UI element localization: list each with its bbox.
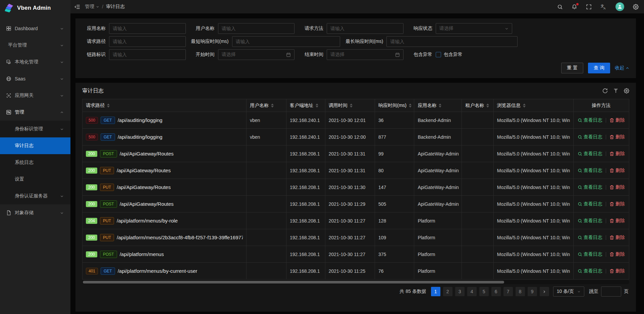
include-exception-checkbox[interactable]: 包含异常 [436, 52, 463, 58]
search-icon[interactable] [557, 4, 563, 10]
menu-fold-icon[interactable] [74, 4, 80, 10]
page-button-7[interactable]: 7 [503, 287, 513, 296]
sort-carets-icon[interactable] [350, 104, 353, 108]
text-input[interactable] [113, 37, 182, 47]
column-header-调用时间[interactable]: 调用时间 [325, 99, 375, 112]
column-header-用户名称[interactable]: 用户名称 [247, 99, 286, 112]
view-log-button[interactable]: 查看日志 [578, 151, 602, 157]
sort-carets-icon[interactable] [107, 104, 110, 108]
delete-button[interactable]: 删除 [609, 218, 625, 224]
column-header-浏览器信息[interactable]: 浏览器信息 [493, 99, 573, 112]
row-height-icon[interactable] [613, 88, 619, 93]
refresh-icon[interactable] [602, 88, 608, 93]
sidebar-item-对象存储[interactable]: 对象存储 [0, 204, 70, 221]
view-log-button[interactable]: 查看日志 [578, 184, 602, 190]
sort-carets-icon[interactable] [271, 104, 274, 108]
view-log-button[interactable]: 查看日志 [578, 168, 602, 174]
view-log-button[interactable]: 查看日志 [578, 134, 602, 140]
text-input[interactable] [113, 50, 182, 60]
sidebar-item-管理[interactable]: 管理 [0, 104, 70, 121]
scrollbar-thumb[interactable] [83, 281, 504, 284]
page-button-6[interactable]: 6 [491, 287, 501, 296]
delete-button[interactable]: 删除 [609, 201, 625, 207]
sort-carets-icon[interactable] [316, 104, 318, 108]
view-log-button[interactable]: 查看日志 [578, 218, 602, 224]
sidebar-item-本地化管理[interactable]: A本地化管理 [0, 54, 70, 70]
delete-button[interactable]: 删除 [609, 184, 625, 190]
view-log-button[interactable]: 查看日志 [578, 117, 602, 123]
cell-time: 2021-10-30 11:25 [325, 263, 375, 279]
text-input-field[interactable] [109, 49, 186, 60]
collapse-link[interactable]: 收起 [615, 65, 629, 71]
pagination: 共 85 条数据 123456789 10 条/页 跳至 页 [82, 284, 629, 299]
column-header-请求路径[interactable]: 请求路径 [83, 99, 247, 112]
delete-button[interactable]: 删除 [609, 117, 625, 123]
text-input-field[interactable] [232, 36, 340, 47]
delete-button[interactable]: 删除 [609, 251, 625, 257]
bell-icon[interactable] [572, 4, 577, 10]
page-size-select[interactable]: 10 条/页 [553, 287, 584, 297]
text-input[interactable] [113, 23, 182, 34]
view-log-button[interactable]: 查看日志 [578, 268, 602, 274]
sidebar-item-设置[interactable]: 设置 [0, 171, 70, 188]
view-log-button[interactable]: 查看日志 [578, 251, 602, 257]
view-log-button[interactable]: 查看日志 [578, 235, 602, 241]
translate-icon[interactable]: 文A [600, 4, 607, 10]
delete-button[interactable]: 删除 [609, 268, 625, 274]
checkbox-box[interactable] [436, 52, 441, 57]
select-field[interactable]: 请选择 [436, 23, 513, 34]
sidebar-item-平台管理[interactable]: 平台管理 [0, 37, 70, 54]
date-picker-field[interactable]: 请选择 [327, 49, 404, 60]
text-input-field[interactable] [109, 36, 186, 47]
page-button-3[interactable]: 3 [455, 287, 465, 296]
sidebar-item-身份认证服务器[interactable]: 身份认证服务器 [0, 188, 70, 204]
text-input[interactable] [390, 37, 514, 47]
column-header-应用名称[interactable]: 应用名称 [414, 99, 462, 112]
next-page-button[interactable] [540, 287, 549, 296]
search-button[interactable]: 查 询 [588, 63, 610, 73]
sort-carets-icon[interactable] [439, 104, 441, 108]
column-header-租户名称[interactable]: 租户名称 [462, 99, 494, 112]
sidebar-item-应用网关[interactable]: 应用网关 [0, 87, 70, 104]
column-settings-icon[interactable] [624, 88, 629, 93]
sidebar-item-Saas[interactable]: Saas [0, 70, 70, 87]
fullscreen-icon[interactable] [586, 4, 592, 10]
text-input-field[interactable] [218, 23, 295, 34]
view-log-button[interactable]: 查看日志 [578, 201, 602, 207]
delete-button[interactable]: 删除 [609, 168, 625, 174]
sort-carets-icon[interactable] [409, 104, 412, 108]
page-button-2[interactable]: 2 [443, 287, 452, 296]
text-input[interactable] [222, 23, 291, 34]
page-button-4[interactable]: 4 [467, 287, 477, 296]
breadcrumb-item-manage[interactable]: 管理 [85, 4, 99, 10]
delete-button[interactable]: 删除 [609, 134, 625, 140]
sort-carets-icon[interactable] [523, 104, 526, 108]
sidebar-item-身份标识管理[interactable]: 身份标识管理 [0, 121, 70, 137]
text-input-field[interactable] [109, 23, 186, 34]
page-button-8[interactable]: 8 [516, 287, 525, 296]
column-header-响应时间(ms)[interactable]: 响应时间(ms) [375, 99, 414, 112]
date-picker-field[interactable]: 请选择 [218, 49, 295, 60]
delete-button[interactable]: 删除 [609, 235, 625, 241]
column-header-客户端地址[interactable]: 客户端地址 [286, 99, 325, 112]
avatar[interactable] [615, 2, 624, 11]
jump-to-input[interactable] [601, 287, 621, 297]
page-button-9[interactable]: 9 [528, 287, 537, 296]
sidebar-item-系统日志[interactable]: 系统日志 [0, 154, 70, 171]
delete-label: 删除 [615, 235, 625, 241]
page-button-5[interactable]: 5 [479, 287, 489, 296]
sidebar-item-审计日志[interactable]: 审计日志 [0, 137, 70, 154]
sidebar-item-Dashboard[interactable]: Dashboard [0, 20, 70, 37]
page-button-1[interactable]: 1 [431, 287, 440, 296]
delete-button[interactable]: 删除 [609, 151, 625, 157]
reset-button[interactable]: 重 置 [561, 63, 583, 73]
text-input-field[interactable] [386, 36, 518, 47]
gear-icon[interactable] [633, 4, 639, 10]
text-input[interactable] [236, 37, 337, 47]
text-input-field[interactable] [327, 23, 404, 34]
app-logo[interactable]: Vben Admin [0, 0, 70, 16]
horizontal-scrollbar[interactable] [82, 280, 629, 284]
sidebar-item-label: 平台管理 [8, 42, 60, 48]
text-input[interactable] [330, 23, 400, 34]
sort-carets-icon[interactable] [486, 104, 489, 108]
